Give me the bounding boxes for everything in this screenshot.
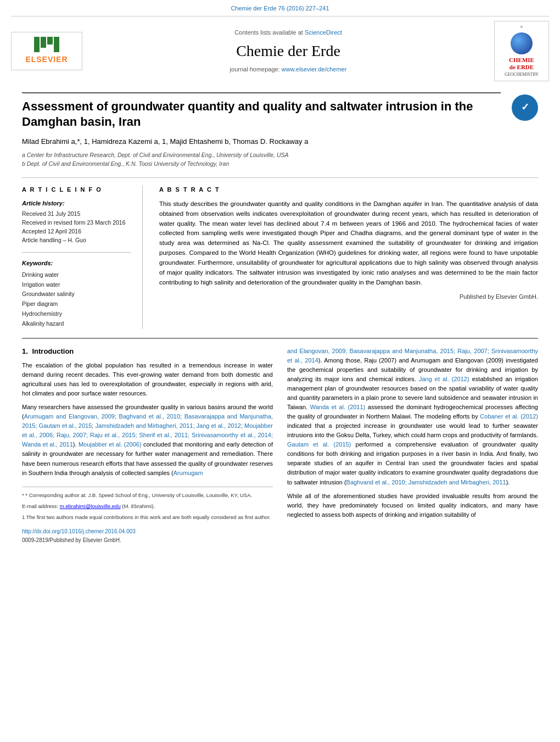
contents-available: Contents lists available at ScienceDirec… [93, 29, 483, 37]
affiliation-b: b Dept. of Civil and Environmental Eng.,… [22, 160, 501, 169]
ref-link-wanda[interactable]: Wanda et al. (2011) [310, 404, 366, 410]
bar2 [41, 37, 46, 48]
logo-bars [34, 37, 59, 52]
chemie-logo: ※ CHEMIEde ERDE GEOCHEMISTRY [494, 21, 549, 81]
footnote-star-text: * Corresponding author at: J.B. Speed Sc… [25, 492, 252, 498]
abstract-col: A B S T R A C T This study describes the… [159, 186, 538, 329]
article-info-heading: A R T I C L E I N F O [22, 186, 131, 194]
kw2: Irrigation water [22, 280, 131, 290]
footer-links: http://dx.doi.org/10.1016/j.chemer.2016.… [22, 528, 273, 544]
divider [22, 252, 131, 253]
ref-link-gautam[interactable]: Gautam et al. (2015) [287, 441, 351, 448]
bar1 [34, 37, 40, 52]
info-abstract-section: A R T I C L E I N F O Article history: R… [22, 177, 538, 329]
kw4: Piper diagram [22, 299, 131, 309]
intro-heading-label: Introduction [32, 347, 74, 355]
title-row: Assessment of groundwater quantity and q… [22, 92, 538, 177]
sciencedirect-link[interactable]: ScienceDirect [305, 29, 342, 36]
elsevier-logo: ELSEVIER [11, 32, 82, 70]
header-inner: ELSEVIER Contents lists available at Sci… [11, 16, 549, 81]
published-by: Published by Elsevier GmbH. [159, 293, 538, 301]
section-num: 1. [22, 347, 28, 355]
header-center: Contents lists available at ScienceDirec… [82, 29, 494, 74]
elsevier-wordmark: ELSEVIER [25, 54, 68, 65]
ref-link-arumugam[interactable]: Arumugam and Elangovan, 2009; Baghvand e… [22, 413, 273, 448]
ref-link-moujabber[interactable]: Moujabber et al. (2006) [79, 441, 142, 448]
affiliation-a: a Center for Infrastructure Research, De… [22, 151, 501, 160]
history-revised: Received in revised form 23 March 2016 [22, 219, 131, 227]
contents-label: Contents lists available at [234, 29, 303, 36]
keywords-section: Keywords: Drinking water Irrigation wate… [22, 259, 131, 328]
issn-text: 0009-2819/Published by Elsevier GmbH. [22, 537, 273, 544]
crossmark-logo: ✓ [512, 94, 538, 121]
right-p2: While all of the aforementioned studies … [287, 492, 538, 520]
journal-ref: Chemie der Erde 76 (2016) 227–241 [231, 4, 329, 13]
history-accepted: Accepted 12 April 2016 [22, 227, 131, 236]
and-text: and [399, 357, 408, 364]
ref-link-right1[interactable]: and Elangovan, 2009; Basavarajappa and M… [287, 348, 538, 364]
keywords-title: Keywords: [22, 259, 131, 267]
footnote-email-link[interactable]: m.ebrahimi@louisville.edu [60, 503, 121, 509]
kw6: Alkalinity hazard [22, 319, 131, 329]
chemie-header-symbol: ※ [520, 25, 523, 30]
homepage-label: journal homepage: [230, 66, 280, 72]
abstract-heading: A B S T R A C T [159, 186, 538, 194]
bar4 [54, 37, 59, 52]
main-content: 1. Introduction The escalation of the gl… [22, 338, 538, 545]
journal-title: Chemie der Erde [93, 40, 483, 62]
history-received: Received 31 July 2015 [22, 210, 131, 219]
ref-link-baghvand[interactable]: Baghvand et al., 2010; Jamshidzadeh and … [346, 479, 506, 486]
header: Chemie der Erde 76 (2016) 227–241 ELSEVI… [0, 0, 560, 81]
article-info-col: A R T I C L E I N F O Article history: R… [22, 186, 143, 329]
title-text: Assessment of groundwater quantity and q… [22, 92, 501, 177]
footnote-email-name: (M. Ebrahimi). [122, 503, 155, 509]
kw3: Groundwater salinity [22, 289, 131, 299]
authors-text: Milad Ebrahimi a,*, 1, Hamidreza Kazemi … [22, 137, 308, 146]
ref-link-cobaner[interactable]: Cobaner et al. (2012) [480, 413, 538, 420]
footnote-email-label: E-mail address: [22, 503, 58, 509]
history-title: Article history: [22, 199, 131, 208]
footnote-email: E-mail address: m.ebrahimi@louisville.ed… [22, 503, 273, 510]
affiliations: a Center for Infrastructure Research, De… [22, 151, 501, 169]
chemie-title: CHEMIEde ERDE [509, 57, 534, 71]
main-col-right: and Elangovan, 2009; Basavarajappa and M… [287, 347, 538, 545]
footnote-star: * * Corresponding author at: J.B. Speed … [22, 492, 273, 499]
ref-link-arumugam2[interactable]: Arumugam [173, 470, 203, 476]
footnote-section: * * Corresponding author at: J.B. Speed … [22, 487, 273, 522]
authors: Milad Ebrahimi a,*, 1, Hamidreza Kazemi … [22, 137, 501, 147]
doi-link[interactable]: http://dx.doi.org/10.1016/j.chemer.2016.… [22, 528, 273, 535]
intro-p2: Many researchers have assessed the groun… [22, 403, 273, 477]
chemie-sub: GEOCHEMISTRY [505, 71, 539, 77]
history-handling: Article handling – H. Guo [22, 236, 131, 245]
abstract-text: This study describes the groundwater qua… [159, 199, 538, 287]
main-col-left: 1. Introduction The escalation of the gl… [22, 347, 273, 545]
article-title: Assessment of groundwater quantity and q… [22, 92, 501, 130]
ref-link-jang[interactable]: Jang et al. (2012) [419, 376, 469, 382]
globe-icon [511, 32, 533, 54]
intro-p1: The escalation of the global population … [22, 361, 273, 398]
bar3 [47, 37, 53, 44]
article-body: Assessment of groundwater quantity and q… [0, 81, 560, 556]
footnote-1: 1 The first two authors made equal contr… [22, 514, 273, 521]
homepage-url[interactable]: www.elsevier.de/chemer [282, 66, 347, 72]
journal-homepage: journal homepage: www.elsevier.de/chemer [93, 65, 483, 74]
crossmark-icon: ✓ [521, 101, 529, 114]
kw1: Drinking water [22, 270, 131, 280]
page: Chemie der Erde 76 (2016) 227–241 ELSEVI… [0, 0, 560, 742]
article-history: Article history: Received 31 July 2015 R… [22, 199, 131, 244]
right-p1: and Elangovan, 2009; Basavarajappa and M… [287, 347, 538, 487]
kw5: Hydrochemistry [22, 309, 131, 319]
intro-heading: 1. Introduction [22, 347, 273, 356]
